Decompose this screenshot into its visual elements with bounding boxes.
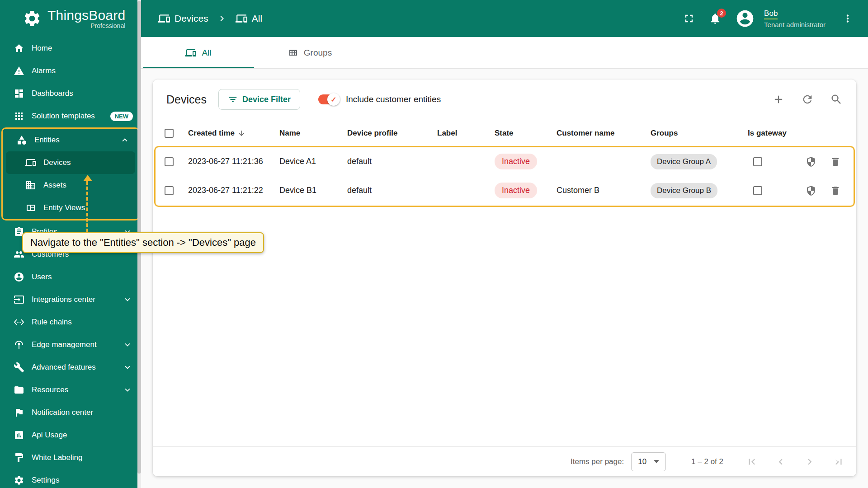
sidebar-item-label: Users (32, 272, 52, 282)
more-menu-button[interactable] (840, 11, 855, 26)
column-header-name[interactable]: Name (279, 129, 347, 138)
sidebar-item-alarms[interactable]: Alarms (0, 60, 141, 82)
sidebar-item-resources[interactable]: Resources (0, 379, 141, 401)
chevron-up-icon (119, 135, 130, 145)
thingsboard-logo-icon (23, 9, 42, 28)
account-circle-icon (735, 9, 755, 28)
trash-icon (830, 156, 841, 167)
column-header-created-time[interactable]: Created time (188, 129, 279, 138)
sidebar-item-label: Api Usage (32, 431, 67, 440)
tab-all[interactable]: All (143, 37, 254, 68)
user-avatar[interactable] (733, 7, 757, 30)
gear-icon (14, 475, 24, 486)
chevron-down-icon (122, 339, 133, 350)
last-page-button[interactable] (831, 454, 846, 469)
tour-arrow-icon (83, 175, 92, 181)
table-row[interactable]: 2023-06-27 11:21:22Device B1defaultInact… (153, 176, 856, 205)
sidebar-item-label: Assets (43, 181, 66, 190)
delete-button[interactable] (828, 183, 843, 198)
sidebar-item-advanced-features[interactable]: Advanced features (0, 356, 141, 379)
cell-device-profile: default (347, 157, 437, 166)
sidebar-item-edge-management[interactable]: Edge management (0, 333, 141, 356)
next-page-button[interactable] (802, 454, 817, 469)
items-per-page-select[interactable]: 10 (631, 452, 666, 471)
sidebar-item-dashboards[interactable]: Dashboards (0, 82, 141, 105)
breadcrumb: Devices All (158, 13, 262, 24)
view-quilt-icon (25, 202, 36, 213)
select-all-checkbox[interactable] (165, 129, 174, 138)
include-customer-entities-toggle[interactable] (318, 94, 339, 104)
row-checkbox[interactable] (165, 186, 174, 195)
column-header-state[interactable]: State (495, 129, 557, 138)
cell-created-time: 2023-06-27 11:21:36 (188, 157, 279, 166)
device-filter-button[interactable]: Device Filter (218, 89, 300, 110)
is-gateway-checkbox[interactable] (753, 157, 762, 166)
sidebar-item-white-labeling[interactable]: White Labeling (0, 446, 141, 469)
fullscreen-button[interactable] (681, 10, 697, 27)
column-header-label: Created time (188, 129, 235, 138)
column-header-groups[interactable]: Groups (651, 129, 748, 138)
plus-icon (772, 93, 785, 106)
cell-customer-name: Customer B (557, 186, 651, 195)
row-checkbox[interactable] (165, 157, 174, 166)
column-header-device-profile[interactable]: Device profile (347, 129, 437, 138)
devices-icon (25, 157, 36, 168)
top-bar: Devices All 2 Bob Tenant administr (141, 0, 868, 37)
notifications-button[interactable]: 2 (707, 10, 723, 27)
sidebar-item-home[interactable]: Home (0, 37, 141, 60)
shield-icon (806, 156, 816, 167)
sidebar-item-label: Settings (32, 476, 59, 485)
search-button[interactable] (828, 91, 844, 108)
sidebar-item-rule-chains[interactable]: Rule chains (0, 311, 141, 333)
previous-page-button[interactable] (773, 454, 788, 469)
sidebar-item-entity-views[interactable]: Entity Views (3, 197, 138, 219)
breadcrumb-all[interactable]: All (252, 13, 262, 24)
group-chip[interactable]: Device Group B (651, 183, 717, 198)
sidebar-item-integrations-center[interactable]: Integrations center (0, 288, 141, 311)
filter-icon (228, 94, 238, 104)
build-icon (14, 362, 24, 373)
sidebar-item-label: Alarms (32, 66, 56, 75)
sidebar-item-api-usage[interactable]: Api Usage (0, 424, 141, 446)
sidebar-item-label: Resources (32, 385, 68, 394)
refresh-button[interactable] (799, 91, 816, 108)
devices-icon (185, 47, 196, 58)
first-page-button[interactable] (744, 454, 760, 469)
row-actions (799, 183, 844, 198)
cell-name: Device B1 (279, 186, 347, 195)
group-chip[interactable]: Device Group A (651, 154, 717, 169)
row-actions (799, 155, 844, 169)
sidebar-item-users[interactable]: Users (0, 266, 141, 288)
sidebar-item-notification-center[interactable]: Notification center (0, 401, 141, 424)
delete-button[interactable] (828, 155, 843, 169)
sidebar-item-devices[interactable]: Devices (6, 151, 135, 174)
breadcrumb-devices[interactable]: Devices (175, 13, 208, 24)
notifications-badge: 2 (717, 9, 726, 18)
add-device-button[interactable] (770, 91, 787, 108)
column-header-customer-name[interactable]: Customer name (557, 129, 651, 138)
items-per-page-label: Items per page: (571, 457, 624, 466)
column-header-is-gateway[interactable]: Is gateway (748, 129, 799, 138)
items-per-page-value: 10 (638, 457, 646, 466)
cell-state: Inactive (495, 154, 557, 169)
select-all-cell (165, 129, 188, 138)
paint-icon (14, 452, 24, 463)
security-button[interactable] (804, 155, 818, 169)
sidebar-item-entities[interactable]: Entities (3, 129, 138, 151)
sidebar-item-settings[interactable]: Settings (0, 469, 141, 488)
cell-name: Device A1 (279, 157, 347, 166)
column-header-label[interactable]: Label (437, 129, 495, 138)
table-row[interactable]: 2023-06-27 11:21:36Device A1defaultInact… (153, 147, 856, 176)
tab-groups[interactable]: Groups (254, 37, 365, 68)
app-logo[interactable]: ThingsBoard Professional (0, 0, 141, 37)
sidebar-item-assets[interactable]: Assets (3, 174, 138, 197)
sidebar-item-label: Rule chains (32, 318, 72, 327)
ethernet-icon (14, 317, 24, 328)
sidebar-item-label: White Labeling (32, 453, 82, 462)
user-info[interactable]: Bob Tenant administrator (764, 9, 826, 28)
cell-groups: Device Group B (651, 183, 748, 198)
security-button[interactable] (804, 183, 818, 198)
paginator: Items per page: 10 1 – 2 of 2 (153, 446, 856, 476)
sidebar-item-solution-templates[interactable]: Solution templatesNEW (0, 105, 141, 127)
is-gateway-checkbox[interactable] (753, 186, 762, 195)
